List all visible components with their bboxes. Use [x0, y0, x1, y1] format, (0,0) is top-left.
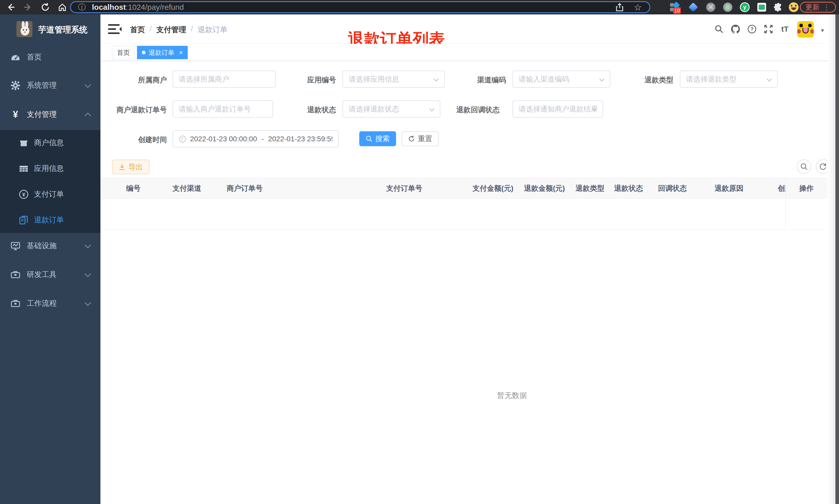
refund-type-placeholder: 请选择退款类型 — [686, 74, 771, 84]
extension-record-icon[interactable] — [722, 2, 733, 12]
date-start-value[interactable]: 2022-01-23 00:00:00 — [190, 135, 257, 143]
home-icon[interactable] — [57, 2, 68, 12]
update-label: 更新 — [805, 3, 819, 12]
pay-submenu: 商户信息 应用信息 ¥ 支付订单 退款订单 — [0, 130, 101, 233]
back-icon[interactable] — [6, 2, 16, 12]
font-size-icon[interactable]: tT — [777, 14, 793, 44]
table-header: 编号 支付渠道 商户订单号 支付订单号 支付金额(元) 退款金额(元) 退款类型… — [101, 178, 828, 199]
yen-icon: ¥ — [10, 109, 21, 120]
channel-select[interactable]: 请输入渠道编码 — [513, 71, 610, 88]
empty-text: 暂无数据 — [486, 391, 538, 401]
merchant-input[interactable] — [173, 71, 275, 88]
refund-type-select[interactable]: 请选择退款类型 — [680, 71, 778, 88]
browser-menu-icon[interactable]: ⋮ — [823, 3, 830, 12]
sidebar-item-merchant-info[interactable]: 商户信息 — [0, 130, 101, 156]
refund-status-select[interactable]: 请选择退款状态 — [342, 101, 440, 118]
url-bar[interactable]: ⓘ localhost:1024/pay/refund ☆ — [70, 1, 650, 13]
merchant-refund-no-label: 商户退款订单号 — [105, 105, 167, 115]
col-create-time: 创建时间 — [771, 178, 785, 199]
notify-status-select[interactable]: 请选择通知商户退款结果的回调状态 — [513, 101, 603, 118]
merchant-input-field[interactable] — [179, 75, 269, 84]
sidebar-item-workflow[interactable]: 工作流程 — [0, 289, 101, 318]
sidebar-item-pay-order[interactable]: ¥ 支付订单 — [0, 181, 101, 207]
window-edge — [835, 14, 839, 504]
forward-icon[interactable] — [23, 2, 33, 12]
app-select-placeholder: 请选择应用信息 — [349, 74, 439, 84]
breadcrumb-current: 退款订单 — [197, 25, 227, 35]
date-range-picker[interactable]: 2022-01-23 00:00:00 - 2022-01-23 23:59:5… — [173, 130, 339, 147]
avatar[interactable] — [797, 21, 814, 38]
sidebar-item-home[interactable]: 首页 — [0, 43, 101, 71]
col-refund-status: 退款状态 — [608, 178, 652, 199]
toggle-search-button[interactable] — [797, 159, 811, 174]
export-button[interactable]: 导出 — [112, 160, 149, 174]
search-icon[interactable] — [711, 14, 727, 44]
dashboard-icon — [10, 52, 21, 63]
share-icon[interactable] — [615, 3, 624, 11]
document-copy-icon — [19, 215, 29, 225]
sidebar-item-label: 基础设施 — [27, 241, 57, 251]
chevron-up-icon — [85, 112, 91, 119]
breadcrumb-separator: / — [191, 25, 193, 35]
breadcrumb-pay[interactable]: 支付管理 — [156, 25, 186, 35]
active-dot — [142, 51, 145, 54]
bookmark-star-icon[interactable]: ☆ — [634, 2, 642, 12]
gear-icon — [10, 80, 21, 91]
col-pay-order-no: 支付订单号 — [380, 178, 466, 199]
col-id: 编号 — [120, 178, 166, 199]
extension-chat-icon[interactable] — [756, 2, 767, 12]
site-info-icon[interactable]: ⓘ — [78, 2, 86, 13]
fullscreen-icon[interactable] — [760, 14, 777, 44]
extension-emoji-icon[interactable] — [788, 2, 799, 12]
sidebar: 芋道管理系统 首页 系统管理 ¥ 支付管理 商户信息 — [0, 14, 101, 504]
sidebar-item-label: 首页 — [27, 52, 42, 62]
refund-type-label: 退款类型 — [617, 75, 674, 85]
extensions-puzzle-icon[interactable] — [773, 2, 783, 12]
date-end-value[interactable]: 2022-01-23 23:59:59 — [268, 135, 333, 143]
refund-status-placeholder: 请选择退款状态 — [349, 104, 434, 114]
extension-diamond-icon[interactable]: 10 — [670, 2, 680, 12]
date-separator: - — [262, 135, 264, 143]
tab-home[interactable]: 首页 — [112, 46, 135, 59]
col-pay-channel: 支付渠道 — [166, 178, 220, 199]
merchant-refund-no-field[interactable] — [179, 105, 267, 113]
col-merchant-order-no: 商户订单号 — [220, 178, 380, 199]
merchant-refund-no-input[interactable] — [173, 101, 273, 118]
tab-refund-order[interactable]: 退款订单 × — [137, 46, 188, 59]
sidebar-item-pay[interactable]: ¥ 支付管理 — [0, 101, 101, 129]
create-time-label: 创建时间 — [110, 135, 167, 145]
browser-toolbar: ⓘ localhost:1024/pay/refund ☆ 10 ⌘ y 更新 … — [0, 0, 839, 14]
app-label: 应用编号 — [280, 75, 336, 85]
browser-update-button[interactable]: 更新 ⋮ — [800, 2, 836, 13]
url-path: :1024/pay/refund — [126, 3, 184, 11]
close-icon[interactable]: × — [179, 49, 183, 57]
app-select[interactable]: 请选择应用信息 — [342, 71, 445, 88]
url-host: localhost — [92, 3, 126, 11]
channel-label: 渠道编码 — [449, 75, 506, 85]
breadcrumb-home[interactable]: 首页 — [130, 25, 145, 35]
sidebar-item-label: 支付管理 — [27, 109, 57, 120]
sidebar-collapse-icon[interactable] — [108, 24, 120, 35]
chevron-down-icon — [85, 271, 91, 277]
extension-y-icon[interactable]: y — [739, 2, 750, 12]
sidebar-item-app-info[interactable]: 应用信息 — [0, 156, 101, 181]
shop-icon — [19, 138, 29, 148]
main-area: 首页 / 支付管理 / 退款订单 退款订单列表 ? — [101, 14, 839, 504]
extension-gem-icon[interactable] — [688, 2, 698, 12]
svg-text:?: ? — [750, 26, 753, 32]
sidebar-item-refund-order[interactable]: 退款订单 — [0, 207, 101, 233]
notify-status-label: 退款回调状态 — [443, 105, 500, 115]
avatar-caret-icon[interactable]: ▾ — [821, 27, 824, 34]
reset-button[interactable]: 重置 — [402, 131, 439, 146]
sidebar-item-devtools[interactable]: 研发工具 — [0, 260, 101, 289]
col-callback-status: 回调状态 — [652, 178, 709, 199]
sidebar-item-infra[interactable]: 基础设施 — [0, 232, 101, 260]
reload-icon[interactable] — [40, 2, 51, 12]
search-button[interactable]: 搜索 — [359, 131, 396, 146]
help-icon[interactable]: ? — [744, 14, 760, 44]
logo-image — [17, 21, 33, 37]
sidebar-item-system[interactable]: 系统管理 — [0, 71, 101, 100]
extension-command-icon[interactable]: ⌘ — [706, 2, 716, 12]
chevron-down-icon — [85, 82, 91, 88]
github-icon[interactable] — [727, 14, 744, 44]
